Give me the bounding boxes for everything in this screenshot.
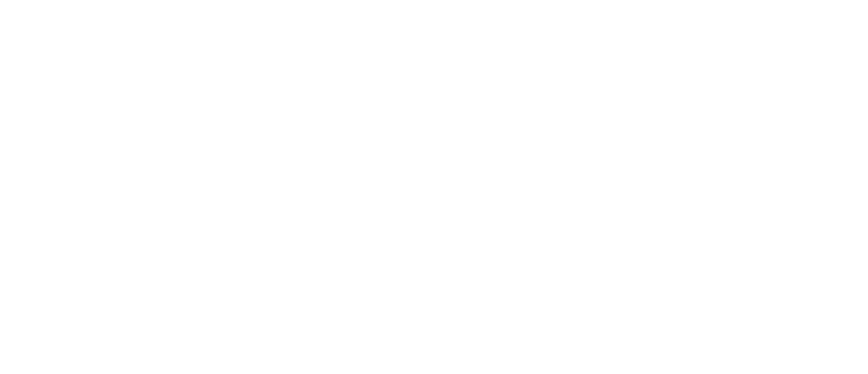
architecture-diagram — [0, 0, 868, 374]
